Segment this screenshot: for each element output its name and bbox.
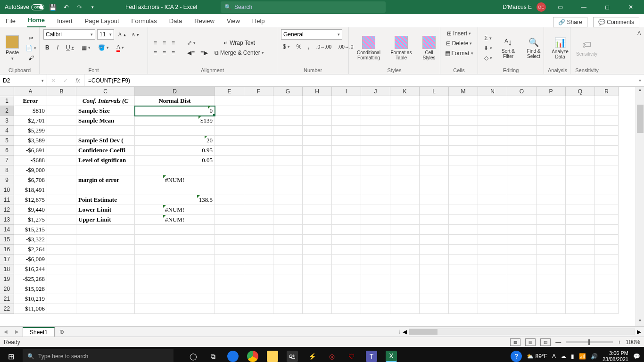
cell-H13[interactable]: [303, 215, 332, 225]
row-header-16[interactable]: 16: [0, 245, 14, 255]
wifi-icon[interactable]: 📶: [579, 353, 586, 360]
cell-A21[interactable]: $10,219: [14, 294, 47, 304]
cell-R15[interactable]: [595, 235, 619, 245]
cell-M12[interactable]: [449, 205, 478, 215]
italic-button[interactable]: I: [55, 43, 60, 52]
cell-N19[interactable]: [478, 274, 507, 284]
cell-P7[interactable]: [537, 156, 566, 165]
cell-I21[interactable]: [332, 294, 361, 304]
cell-I12[interactable]: [332, 205, 361, 215]
cell-N21[interactable]: [478, 294, 507, 304]
align-bottom-button[interactable]: ≡: [170, 39, 177, 47]
cell-K11[interactable]: [390, 195, 420, 205]
cell-A14[interactable]: $15,215: [14, 225, 47, 235]
cell-C6[interactable]: Confidence Coeffi: [76, 146, 135, 156]
cell-I17[interactable]: [332, 255, 361, 264]
cell-I15[interactable]: [332, 235, 361, 245]
cell-R4[interactable]: [595, 126, 619, 136]
cell-G8[interactable]: [273, 165, 303, 175]
cell-K16[interactable]: [390, 245, 420, 255]
cell-I8[interactable]: [332, 165, 361, 175]
cell-L3[interactable]: [420, 116, 449, 126]
cell-C13[interactable]: Upper Limit: [76, 215, 135, 225]
cell-A7[interactable]: -$688: [14, 156, 47, 165]
underline-button[interactable]: U▾: [64, 43, 76, 52]
menu-item-home[interactable]: Home: [27, 15, 46, 27]
font-size-select[interactable]: 11▾: [97, 29, 114, 40]
cell-E8[interactable]: [215, 165, 244, 175]
cell-D19[interactable]: [135, 274, 215, 284]
cell-O3[interactable]: [507, 116, 537, 126]
column-header-I[interactable]: I: [332, 87, 361, 96]
cell-D9[interactable]: #NUM!: [135, 175, 215, 185]
taskbar-clock[interactable]: 3:06 PM 23/08/2021: [603, 350, 628, 362]
wrap-text-button[interactable]: ↵Wrap Text: [213, 39, 266, 47]
cell-E20[interactable]: [215, 284, 244, 294]
cell-F11[interactable]: [244, 195, 273, 205]
cell-J1[interactable]: [361, 96, 390, 106]
cell-R8[interactable]: [595, 165, 619, 175]
cell-N7[interactable]: [478, 156, 507, 165]
column-header-P[interactable]: P: [537, 87, 566, 96]
cell-D18[interactable]: [135, 264, 215, 274]
search-box[interactable]: 🔍 Search: [221, 1, 386, 13]
cell-E21[interactable]: [215, 294, 244, 304]
cell-C12[interactable]: Lower Limit: [76, 205, 135, 215]
cell-F22[interactable]: [244, 304, 273, 314]
cell-O14[interactable]: [507, 225, 537, 235]
cell-L18[interactable]: [420, 264, 449, 274]
cell-N20[interactable]: [478, 284, 507, 294]
cell-H20[interactable]: [303, 284, 332, 294]
zoom-slider[interactable]: [566, 341, 613, 343]
cell-G18[interactable]: [273, 264, 303, 274]
fx-icon[interactable]: fx: [72, 77, 84, 84]
cell-D22[interactable]: [135, 304, 215, 314]
font-color-button[interactable]: A▾: [115, 42, 126, 53]
cell-M8[interactable]: [449, 165, 478, 175]
cell-O6[interactable]: [507, 146, 537, 156]
cell-A16[interactable]: $2,264: [14, 245, 47, 255]
cell-O17[interactable]: [507, 255, 537, 264]
cell-A18[interactable]: $16,244: [14, 264, 47, 274]
cell-P2[interactable]: [537, 106, 566, 116]
cell-O10[interactable]: [507, 185, 537, 195]
cell-C5[interactable]: Sample Std Dev (: [76, 136, 135, 146]
cell-L17[interactable]: [420, 255, 449, 264]
vertical-scrollbar[interactable]: ▴ ▾: [636, 87, 644, 326]
column-header-K[interactable]: K: [390, 87, 420, 96]
row-header-3[interactable]: 3: [0, 116, 14, 126]
cell-J3[interactable]: [361, 116, 390, 126]
app-icon[interactable]: ⚡: [306, 351, 318, 362]
align-middle-button[interactable]: ≡: [161, 39, 168, 47]
cell-B17[interactable]: [47, 255, 76, 264]
cell-L20[interactable]: [420, 284, 449, 294]
column-header-O[interactable]: O: [507, 87, 537, 96]
cell-E22[interactable]: [215, 304, 244, 314]
cell-L11[interactable]: [420, 195, 449, 205]
cell-I3[interactable]: [332, 116, 361, 126]
cell-I11[interactable]: [332, 195, 361, 205]
cell-H2[interactable]: [303, 106, 332, 116]
formula-input[interactable]: =COUNT(F2:F9): [84, 74, 636, 86]
cell-D11[interactable]: 138.5: [135, 195, 215, 205]
cell-F16[interactable]: [244, 245, 273, 255]
cell-D12[interactable]: #NUM!: [135, 205, 215, 215]
cell-Q14[interactable]: [566, 225, 595, 235]
cell-E13[interactable]: [215, 215, 244, 225]
cell-L16[interactable]: [420, 245, 449, 255]
cell-Q21[interactable]: [566, 294, 595, 304]
cell-C9[interactable]: margin of error: [76, 175, 135, 185]
cell-B16[interactable]: [47, 245, 76, 255]
cell-G12[interactable]: [273, 205, 303, 215]
cell-K13[interactable]: [390, 215, 420, 225]
store-icon[interactable]: 🛍: [287, 351, 298, 362]
redo-icon[interactable]: ↷: [74, 2, 84, 12]
row-header-14[interactable]: 14: [0, 225, 14, 235]
teams-icon[interactable]: T: [366, 351, 377, 362]
cell-A13[interactable]: $1,275: [14, 215, 47, 225]
align-left-button[interactable]: ≡: [152, 49, 159, 57]
cell-O11[interactable]: [507, 195, 537, 205]
cell-P19[interactable]: [537, 274, 566, 284]
add-sheet-button[interactable]: ⊕: [55, 329, 69, 335]
cell-H17[interactable]: [303, 255, 332, 264]
